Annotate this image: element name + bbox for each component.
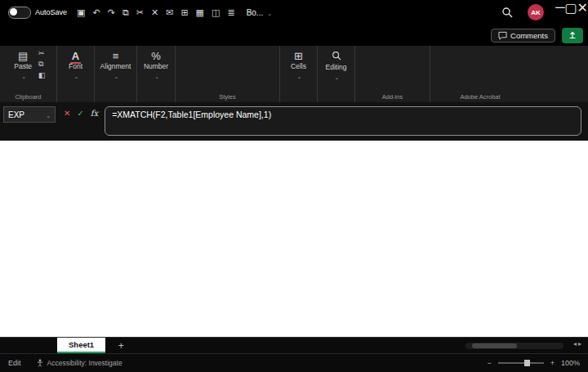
save-icon[interactable]: ▣ — [77, 0, 85, 25]
chevron-down-icon — [44, 110, 51, 119]
status-mode: Edit — [8, 359, 21, 367]
name-box[interactable]: EXP — [3, 106, 56, 123]
horizontal-scrollbar[interactable] — [466, 343, 564, 349]
zoom-slider[interactable] — [498, 362, 544, 364]
table-icon[interactable]: ⊞ — [180, 0, 188, 25]
cancel-button[interactable]: ✕ — [64, 109, 70, 118]
cells-group: Cells — [280, 46, 318, 102]
ribbon-tab-row: Comments — [0, 25, 588, 47]
format-painter-icon[interactable] — [38, 71, 46, 79]
comments-button[interactable]: Comments — [491, 29, 555, 43]
zoom-out-button[interactable]: − — [487, 359, 491, 367]
cells-button[interactable]: Cells — [287, 49, 310, 83]
avatar[interactable]: AK — [528, 4, 544, 20]
list-icon[interactable]: ≣ — [227, 0, 234, 25]
search-icon[interactable] — [501, 7, 513, 18]
copy-icon[interactable]: ⧉ — [122, 0, 129, 25]
percent-icon — [151, 51, 161, 61]
cut-icon[interactable] — [38, 49, 46, 57]
chevron-down-icon — [20, 73, 26, 81]
chevron-down-icon — [265, 8, 272, 17]
chevron-down-icon — [113, 73, 119, 81]
cells-icon — [294, 51, 303, 61]
cells-label: Cells — [291, 63, 306, 71]
acrobat-group-label: Adobe Acrobat — [430, 93, 530, 101]
alignment-group: Alignment — [95, 46, 137, 102]
status-bar: Edit Accessibility: Investigate − + 100% — [0, 353, 588, 372]
editing-label: Editing — [326, 64, 347, 72]
accessibility-status[interactable]: Accessibility: Investigate — [36, 359, 122, 367]
font-label: Font — [69, 63, 82, 71]
mail-icon[interactable]: ✉ — [166, 0, 173, 25]
accessibility-icon — [36, 359, 44, 367]
share-icon — [568, 30, 577, 40]
quick-access-toolbar: ▣↶↷⧉✂✕✉⊞▦◫≣ — [77, 0, 235, 25]
comment-icon — [498, 31, 507, 40]
number-group: Number — [137, 46, 176, 102]
comments-label: Comments — [510, 31, 548, 40]
sheet-scroll-arrows[interactable]: ◂▸ — [573, 340, 583, 347]
font-button[interactable]: Font — [65, 49, 86, 83]
window-icon[interactable]: ◫ — [212, 0, 220, 25]
autosave-switch-icon[interactable] — [8, 7, 31, 19]
styles-group-label: Styles — [176, 93, 279, 101]
zoom-level[interactable]: 100% — [561, 359, 580, 367]
paste-icon — [18, 51, 28, 61]
clipboard-group: Paste Clipboard — [0, 46, 57, 102]
chevron-down-icon — [153, 73, 159, 81]
horizontal-scrollbar-thumb[interactable] — [472, 343, 517, 348]
ribbon: Paste Clipboard Font Alignment Numb — [0, 46, 588, 103]
chevron-down-icon — [296, 73, 302, 81]
cut-icon[interactable]: ✂ — [136, 0, 144, 25]
share-button[interactable] — [562, 28, 583, 43]
undo-icon[interactable]: ↶ — [92, 0, 100, 25]
magnifier-icon — [332, 51, 341, 62]
editing-group: Editing — [318, 46, 355, 102]
addins-group-label: Add-ins — [355, 93, 430, 101]
window-controls: ─▢✕ — [555, 0, 588, 25]
name-box-value: EXP — [8, 110, 24, 119]
alignment-button[interactable]: Alignment — [97, 49, 135, 83]
add-sheet-button[interactable]: + — [115, 340, 127, 352]
formula-bar-buttons: ✕ ✓ fx — [64, 109, 98, 118]
chevron-down-icon — [333, 74, 340, 82]
alignment-label: Alignment — [100, 63, 131, 71]
paste-button[interactable]: Paste — [11, 49, 35, 83]
accessibility-label: Accessibility: Investigate — [47, 359, 122, 367]
sheet-tab-sheet1[interactable]: Sheet1 — [57, 338, 105, 353]
autosave-toggle[interactable]: AutoSave — [8, 7, 67, 19]
alignment-icon — [113, 51, 119, 61]
spreadsheet-grid — [0, 141, 588, 337]
zoom-slider-thumb[interactable] — [524, 360, 530, 366]
autosave-label: AutoSave — [35, 8, 67, 16]
toggle-knob — [10, 8, 17, 16]
acrobat-group: Adobe Acrobat — [430, 46, 530, 102]
grid-icon[interactable]: ▦ — [196, 0, 204, 25]
close-button[interactable]: ✕ — [577, 0, 588, 25]
addins-group: Add-ins — [355, 46, 430, 102]
font-icon — [70, 51, 81, 61]
editing-button[interactable]: Editing — [323, 49, 350, 83]
delete-icon[interactable]: ✕ — [151, 0, 158, 25]
chevron-down-icon — [73, 73, 79, 81]
formula-input[interactable]: =XMATCH(F2,Table1[Employee Name],1) — [105, 106, 581, 136]
maximize-button[interactable]: ▢ — [564, 0, 577, 25]
redo-icon[interactable]: ↷ — [108, 0, 115, 25]
paste-label: Paste — [14, 63, 32, 71]
status-bar-right: − + 100% — [480, 359, 580, 367]
zoom-in-button[interactable]: + — [550, 359, 555, 367]
copy-icon[interactable] — [38, 60, 46, 69]
clipboard-group-label: Clipboard — [0, 93, 56, 101]
sheet-tab-bar: Sheet1 + ◂▸ — [0, 337, 588, 353]
workbook-name-text: Bo... — [247, 8, 264, 17]
number-label: Number — [144, 63, 168, 71]
title-bar: AutoSave ▣↶↷⧉✂✕✉⊞▦◫≣ Bo... AK ─▢✕ — [0, 0, 588, 25]
styles-group: Styles — [176, 46, 280, 102]
workbook-title[interactable]: Bo... — [247, 8, 272, 17]
font-group: Font — [57, 46, 95, 102]
number-button[interactable]: Number — [140, 49, 172, 83]
minimize-button[interactable]: ─ — [555, 0, 564, 25]
formula-bar: EXP ✕ ✓ fx =XMATCH(F2,Table1[Employee Na… — [0, 102, 588, 141]
enter-button[interactable]: ✓ — [77, 109, 83, 118]
insert-function-button[interactable]: fx — [91, 109, 98, 118]
